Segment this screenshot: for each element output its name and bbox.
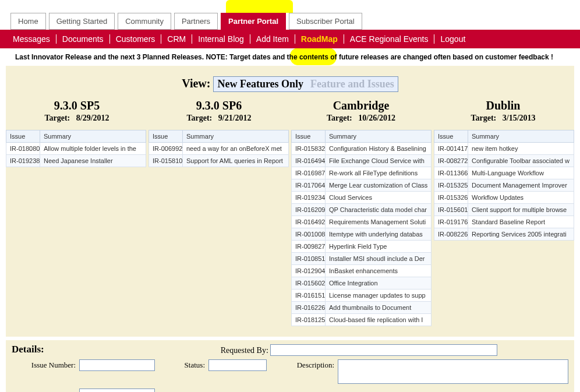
table-row[interactable]: IR-015325Document Management Improver — [434, 179, 574, 192]
issue-id: IR-015602 — [292, 277, 326, 289]
issue-summary: QP Characteristic data model char — [326, 204, 432, 216]
col-issue-header[interactable]: Issue — [149, 130, 183, 143]
table-row[interactable]: IR-016151License manager updates to supp — [292, 289, 432, 302]
toggle-new-features[interactable]: New Features Only — [214, 77, 307, 91]
issue-summary: Configurable Toolbar associated w — [468, 155, 574, 167]
subnav-add-item[interactable]: Add Item — [250, 34, 295, 44]
issue-summary: Office Integration — [326, 277, 432, 289]
issue-id: IR-006992 — [149, 143, 183, 155]
status-label: Status: — [158, 359, 205, 370]
col-summary-header[interactable]: Summary — [468, 130, 574, 143]
table-row[interactable]: IR-015810Support for AML queries in Repo… — [149, 155, 289, 167]
tab-partner-portal[interactable]: Partner Portal — [221, 13, 286, 30]
issue-number-input[interactable] — [79, 359, 155, 371]
issue-id: IR-001417 — [434, 143, 468, 155]
issue-summary: File Exchange Cloud Service with — [326, 155, 432, 167]
col-issue-header[interactable]: Issue — [292, 130, 326, 143]
issue-id: IR-015325 — [434, 179, 468, 192]
table-row[interactable]: IR-016492Requirements Management Soluti — [292, 216, 432, 228]
subnav-logout[interactable]: Logout — [434, 34, 471, 44]
subnav-ace-regional-events[interactable]: ACE Regional Events — [344, 34, 435, 44]
table-row[interactable]: IR-001008Itemtype with underlying databa… — [292, 228, 432, 241]
issue-summary: InBasket enhancements — [326, 265, 432, 277]
issue-summary: Configuration History & Baselining — [326, 143, 432, 155]
issue-id: IR-009827 — [292, 241, 326, 253]
table-row[interactable]: IR-016987Re-work all FileType definition… — [292, 167, 432, 179]
table-row[interactable]: IR-019234Cloud Services — [292, 192, 432, 204]
table-row[interactable]: IR-016494File Exchange Cloud Service wit… — [292, 155, 432, 167]
table-row[interactable]: IR-019176Standard Baseline Report — [434, 216, 574, 228]
table-row[interactable]: IR-010851Installer MSI shoudl include a … — [292, 253, 432, 265]
issue-summary: Allow multiple folder levels in the — [40, 143, 146, 155]
subnav-roadmap[interactable]: RoadMap — [295, 34, 344, 44]
requested-by-input[interactable] — [270, 344, 497, 356]
table-row[interactable]: IR-019238Need Japanese Installer — [6, 155, 146, 167]
release-target: Target: 3/15/2013 — [432, 114, 574, 123]
subnav-messages[interactable]: Messages — [7, 34, 56, 44]
name-label: Name: — [12, 389, 76, 393]
issue-id: IR-016151 — [292, 289, 326, 302]
table-row[interactable]: IR-001417new item hotkey — [434, 143, 574, 155]
issue-id: IR-017064 — [292, 179, 326, 192]
table-row[interactable]: IR-009827Hyperlink Field Type — [292, 241, 432, 253]
table-row[interactable]: IR-018080Allow multiple folder levels in… — [6, 143, 146, 155]
table-row[interactable]: IR-016226Add thumbnails to Document — [292, 302, 432, 314]
subnav-internal-blog[interactable]: Internal Blog — [192, 34, 250, 44]
release-name: 9.3.0 SP5 — [6, 99, 148, 112]
issue-id: IR-016987 — [292, 167, 326, 179]
issue-id: IR-015326 — [434, 192, 468, 204]
name-input[interactable] — [79, 389, 155, 393]
table-row[interactable]: IR-012904InBasket enhancements — [292, 265, 432, 277]
issue-summary: Workflow Updates — [468, 192, 574, 204]
table-row[interactable]: IR-015601Client support for multiple bro… — [434, 204, 574, 216]
table-row[interactable]: IR-017064Merge Lear customization of Cla… — [292, 179, 432, 192]
issue-summary: Standard Baseline Report — [468, 216, 574, 228]
issue-id: IR-016492 — [292, 216, 326, 228]
release-name: Dublin — [432, 99, 574, 112]
issue-id: IR-015601 — [434, 204, 468, 216]
issue-id: IR-011366 — [434, 167, 468, 179]
table-row[interactable]: IR-015602Office Integration — [292, 277, 432, 289]
tab-partners[interactable]: Partners — [174, 13, 218, 30]
release-name: Cambridge — [290, 99, 432, 112]
tab-community[interactable]: Community — [118, 13, 171, 30]
issue-id: IR-008272 — [434, 155, 468, 167]
description-label: Description: — [270, 359, 334, 370]
issue-id: IR-015810 — [149, 155, 183, 167]
table-row[interactable]: IR-015326Workflow Updates — [434, 192, 574, 204]
table-row[interactable]: IR-008226Reporting Services 2005 integra… — [434, 228, 574, 241]
col-summary-header[interactable]: Summary — [326, 130, 432, 143]
tab-getting-started[interactable]: Getting Started — [49, 13, 115, 30]
release-header: DublinTarget: 3/15/2013 — [432, 99, 574, 123]
col-summary-header[interactable]: Summary — [183, 130, 289, 143]
col-summary-header[interactable]: Summary — [40, 130, 146, 143]
release-grid: IssueSummaryIR-015832Configuration Histo… — [291, 130, 434, 326]
toggle-feature-and-issues[interactable]: Feature and Issues — [307, 77, 398, 91]
table-row[interactable]: IR-008272Configurable Toolbar associated… — [434, 155, 574, 167]
details-panel: Details: Requested By: Issue Number: Sta… — [6, 340, 574, 392]
issue-id: IR-016226 — [292, 302, 326, 314]
subnav-customers[interactable]: Customers — [110, 34, 162, 44]
issue-id: IR-019176 — [434, 216, 468, 228]
release-header: CambridgeTarget: 10/26/2012 — [290, 99, 432, 123]
col-issue-header[interactable]: Issue — [434, 130, 468, 143]
issue-summary: Client support for multiple browse — [468, 204, 574, 216]
issue-id: IR-018125 — [292, 314, 326, 326]
description-input[interactable] — [338, 359, 568, 384]
tab-subscriber-portal[interactable]: Subscriber Portal — [289, 13, 362, 30]
table-row[interactable]: IR-018125Cloud-based file replication wi… — [292, 314, 432, 326]
issue-summary: Re-work all FileType definitions — [326, 167, 432, 179]
col-issue-header[interactable]: Issue — [6, 130, 40, 143]
tab-home[interactable]: Home — [10, 13, 46, 30]
table-row[interactable]: IR-015832Configuration History & Baselin… — [292, 143, 432, 155]
table-row[interactable]: IR-011366Multi-Language Workflow — [434, 167, 574, 179]
table-row[interactable]: IR-006992need a way for an onBeforeX met — [149, 143, 289, 155]
status-input[interactable] — [208, 359, 267, 371]
subnav-crm[interactable]: CRM — [161, 34, 192, 44]
subnav-documents[interactable]: Documents — [56, 34, 110, 44]
release-header: 9.3.0 SP5Target: 8/29/2012 — [6, 99, 148, 123]
release-grid: IssueSummaryIR-001417new item hotkeyIR-0… — [434, 130, 574, 326]
issue-summary: Multi-Language Workflow — [468, 167, 574, 179]
main-tabs: HomeGetting StartedCommunityPartnersPart… — [0, 0, 580, 30]
table-row[interactable]: IR-016209QP Characteristic data model ch… — [292, 204, 432, 216]
